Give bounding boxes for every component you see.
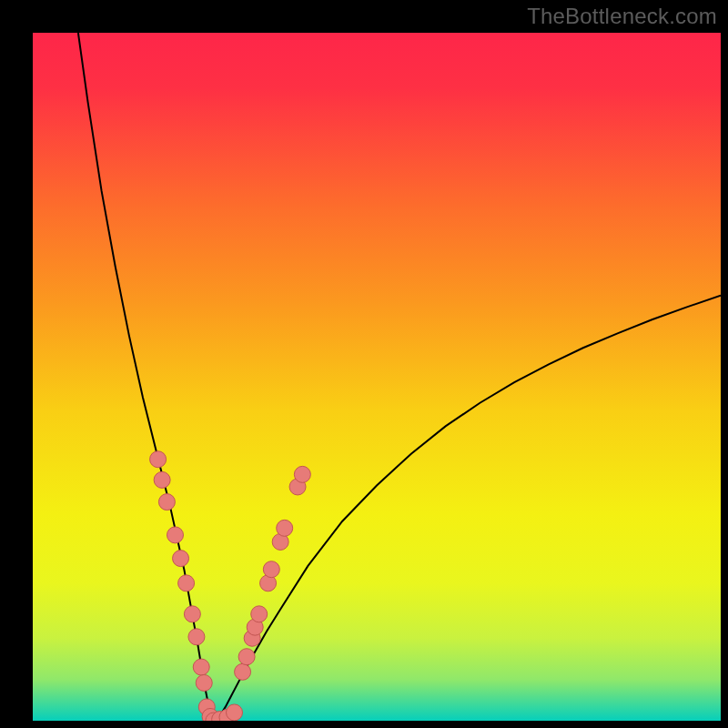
data-marker — [235, 663, 251, 680]
data-marker — [277, 520, 293, 536]
data-marker — [167, 527, 183, 543]
data-marker — [238, 649, 255, 665]
data-marker — [188, 629, 205, 645]
watermark-text: TheBottleneck.com — [527, 4, 717, 29]
gradient-background — [33, 33, 721, 721]
data-marker — [263, 561, 279, 578]
data-marker — [178, 575, 195, 592]
data-marker — [184, 606, 200, 622]
plot-svg — [33, 33, 721, 721]
data-marker — [158, 494, 175, 511]
data-marker — [193, 659, 209, 675]
data-marker — [227, 704, 243, 721]
data-marker — [294, 466, 310, 482]
data-marker — [196, 674, 212, 691]
data-marker — [154, 471, 170, 488]
data-marker — [150, 451, 167, 468]
plot-area — [33, 33, 721, 721]
data-marker — [173, 551, 189, 567]
data-marker — [251, 606, 268, 622]
chart-frame: TheBottleneck.com — [0, 0, 728, 728]
